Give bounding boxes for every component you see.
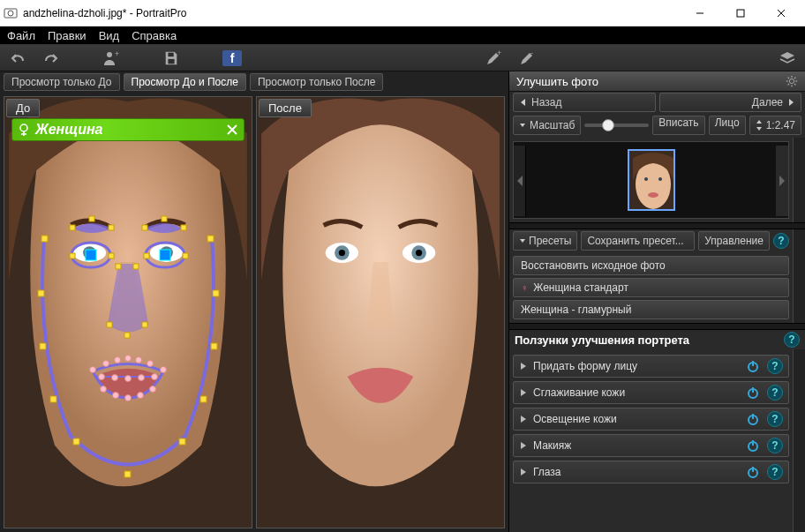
svg-rect-46: [70, 253, 75, 259]
chevron-down-icon: [519, 237, 526, 244]
window-close-button[interactable]: [761, 0, 801, 26]
power-icon[interactable]: [746, 412, 760, 426]
brush-plus-button[interactable]: +: [485, 49, 502, 67]
sliders-scrollbar[interactable]: [793, 349, 805, 532]
slider-skin-smooth[interactable]: Сглаживание кожи ?: [513, 381, 789, 404]
power-icon[interactable]: [746, 438, 760, 453]
expand-icon: [519, 388, 528, 397]
zoom-ratio-stepper[interactable]: 1:2.47: [749, 116, 801, 135]
gender-tag[interactable]: Женщина: [11, 118, 245, 141]
gender-tag-close-icon[interactable]: [226, 124, 238, 136]
slider-help-icon[interactable]: ?: [767, 358, 783, 374]
back-button[interactable]: Назад: [513, 93, 656, 112]
slider-face-sculpt[interactable]: Придать форму лицу ?: [513, 355, 789, 378]
svg-rect-27: [160, 250, 170, 260]
panel-title: Улучшить фото: [516, 75, 598, 88]
menu-edit[interactable]: Правки: [48, 29, 87, 42]
female-icon: ♀: [521, 282, 528, 293]
tab-before-after[interactable]: Просмотр До и После: [124, 73, 246, 91]
expand-icon: [519, 441, 528, 450]
thumb-nav-next[interactable]: [776, 146, 788, 216]
zoom-dropdown[interactable]: Масштаб: [513, 116, 581, 135]
main-toolbar: + f + -: [0, 45, 805, 71]
save-preset-button[interactable]: Сохранить пресет...: [581, 231, 695, 251]
svg-point-60: [147, 361, 154, 367]
presets-dropdown[interactable]: Пресеты: [513, 231, 577, 251]
face-thumbnail[interactable]: [628, 149, 675, 211]
redo-button[interactable]: [42, 49, 60, 67]
presets-help-icon[interactable]: ?: [773, 233, 789, 249]
slider-help-icon[interactable]: ?: [767, 438, 783, 453]
expand-icon: [519, 468, 528, 476]
layers-button[interactable]: [779, 49, 796, 67]
svg-rect-53: [124, 333, 130, 338]
slider-help-icon[interactable]: ?: [767, 464, 783, 480]
slider-eyes[interactable]: Глаза ?: [513, 461, 789, 483]
face-photo-after: [257, 97, 504, 528]
svg-point-63: [112, 375, 118, 381]
svg-point-19: [20, 124, 27, 131]
slider-help-icon[interactable]: ?: [767, 411, 783, 427]
power-icon[interactable]: [746, 465, 760, 479]
right-panel: Улучшить фото Назад Далее Масштаб Вписат…: [509, 71, 805, 532]
add-person-button[interactable]: +: [102, 49, 120, 67]
image-pane-before[interactable]: До Женщин: [4, 96, 252, 528]
tab-after-only[interactable]: Просмотр только После: [250, 73, 384, 91]
svg-line-84: [788, 78, 789, 79]
menu-help[interactable]: Справка: [132, 29, 177, 42]
slider-makeup[interactable]: Макияж ?: [513, 434, 789, 457]
svg-rect-31: [40, 343, 46, 349]
svg-rect-50: [116, 264, 121, 269]
menu-file[interactable]: Файл: [7, 29, 35, 42]
settings-icon[interactable]: [786, 75, 798, 87]
face-button[interactable]: Лицо: [709, 116, 746, 135]
arrow-right-icon: [786, 98, 795, 107]
zoom-slider[interactable]: [584, 116, 649, 135]
svg-rect-38: [213, 290, 219, 296]
svg-point-91: [658, 177, 662, 181]
svg-rect-42: [109, 225, 114, 230]
window-maximize-button[interactable]: [720, 0, 761, 26]
brush-minus-button[interactable]: -: [518, 49, 536, 67]
svg-point-57: [115, 357, 121, 363]
svg-point-64: [125, 376, 132, 382]
sliders-help-icon[interactable]: ?: [784, 332, 800, 348]
thumbnail-scrollbar[interactable]: [793, 138, 805, 222]
power-icon[interactable]: [746, 359, 760, 373]
svg-point-90: [644, 177, 648, 181]
svg-rect-37: [211, 343, 217, 349]
preset-scrollbar[interactable]: [793, 229, 805, 323]
menu-view[interactable]: Вид: [99, 29, 120, 42]
svg-rect-32: [50, 396, 56, 402]
svg-rect-35: [179, 438, 185, 445]
slider-skin-light[interactable]: Освещение кожи ?: [513, 408, 789, 431]
slider-help-icon[interactable]: ?: [767, 385, 783, 401]
facebook-button[interactable]: f: [222, 50, 242, 66]
svg-text:-: -: [530, 49, 533, 57]
tab-before-only[interactable]: Просмотр только До: [4, 73, 120, 91]
svg-point-56: [103, 361, 109, 367]
face-thumbnails: [513, 141, 789, 219]
svg-rect-34: [124, 471, 131, 477]
power-icon[interactable]: [746, 386, 760, 400]
manage-presets-button[interactable]: Управление: [698, 231, 770, 251]
svg-rect-47: [109, 253, 114, 259]
svg-point-66: [152, 374, 158, 380]
fit-button[interactable]: Вписать: [652, 116, 704, 135]
preset-item-glam[interactable]: Женщина - гламурный: [513, 300, 789, 319]
undo-button[interactable]: [9, 49, 26, 67]
image-pane-after[interactable]: После: [256, 96, 505, 528]
thumb-nav-prev[interactable]: [514, 146, 526, 216]
save-button[interactable]: [162, 49, 180, 67]
next-button[interactable]: Далее: [659, 93, 802, 112]
svg-rect-45: [181, 225, 186, 230]
preset-item-restore[interactable]: Восстановить исходное фото: [513, 256, 789, 275]
stepper-arrows-icon: [756, 119, 763, 131]
svg-point-6: [107, 52, 112, 57]
svg-line-85: [794, 84, 795, 85]
preset-item-standard[interactable]: ♀Женщина стандарт: [513, 278, 789, 297]
svg-rect-44: [162, 216, 167, 221]
window-minimize-button[interactable]: [680, 0, 720, 26]
face-mesh-overlay[interactable]: [4, 97, 252, 528]
svg-point-61: [161, 367, 167, 373]
